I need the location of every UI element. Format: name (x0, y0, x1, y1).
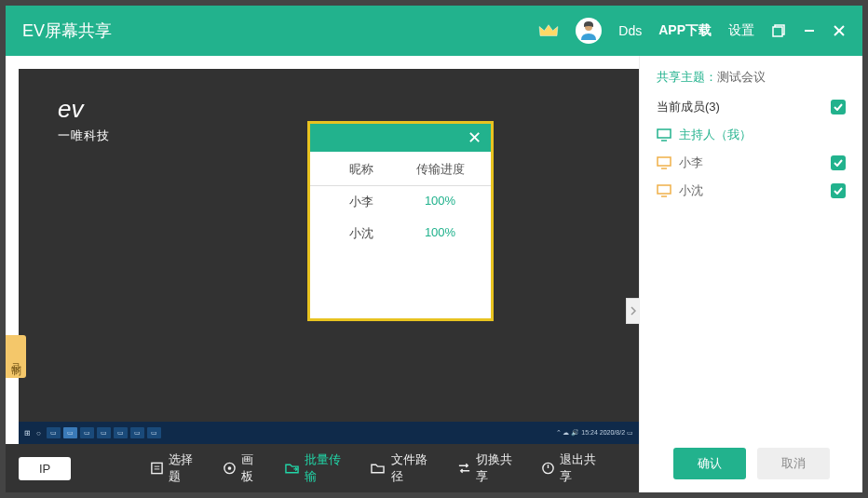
member-row[interactable]: 小李 (657, 155, 846, 171)
monitor-icon (657, 128, 671, 141)
svg-rect-13 (658, 129, 671, 138)
tool-quiz[interactable]: 选择题 (150, 451, 202, 485)
tool-switch-share[interactable]: 切换共享 (457, 451, 522, 485)
share-topic-label: 共享主题： (657, 70, 717, 84)
username[interactable]: Dds (618, 23, 642, 38)
share-topic-value: 测试会议 (717, 70, 766, 84)
detach-icon[interactable] (771, 23, 786, 38)
bottom-toolbar: IP 选择题 画板 批量传输 文件路径 (6, 444, 639, 492)
member-checkbox[interactable] (831, 183, 846, 198)
monitor-icon (657, 156, 671, 169)
svg-rect-2 (773, 27, 782, 36)
monitor-icon (657, 184, 671, 197)
record-tab[interactable]: 录制 (6, 335, 26, 378)
transfer-row: 小李 100% (310, 186, 491, 218)
col-nickname: 昵称 (321, 161, 400, 178)
close-button[interactable] (833, 24, 846, 37)
members-count-label: 当前成员(3) (657, 99, 720, 115)
remote-taskbar: ⊞ ○ ▭ ▭ ▭ ▭ ▭ ▭ ▭ ⌃ ☁ 🔊 15:24 2020/8/2 ▭ (19, 422, 639, 444)
transfer-progress-popup: ✕ 昵称 传输进度 小李 100% 小沈 100% (307, 121, 494, 321)
ip-button[interactable]: IP (19, 457, 71, 480)
confirm-button[interactable]: 确认 (673, 448, 746, 479)
tool-exit-share[interactable]: 退出共享 (541, 451, 605, 485)
tool-batch-transfer[interactable]: 批量传输 (285, 451, 351, 485)
minimize-button[interactable] (803, 24, 816, 37)
tool-whiteboard[interactable]: 画板 (223, 451, 264, 485)
shared-screen-area: ev 一唯科技 ✕ 昵称 传输进度 小李 100% (19, 69, 639, 444)
crown-icon[interactable] (538, 22, 559, 39)
user-avatar[interactable] (576, 18, 602, 44)
member-row-host[interactable]: 主持人（我） (657, 127, 846, 143)
svg-rect-6 (152, 463, 162, 473)
cancel-button[interactable]: 取消 (757, 448, 830, 479)
svg-point-10 (228, 466, 232, 470)
select-all-checkbox[interactable] (831, 100, 846, 114)
settings-link[interactable]: 设置 (728, 22, 754, 39)
title-bar: EV屏幕共享 Dds APP下载 设置 (6, 6, 862, 56)
tool-file-path[interactable]: 文件路径 (371, 451, 437, 485)
app-title: EV屏幕共享 (22, 20, 112, 42)
sidebar-collapse-handle[interactable] (626, 298, 639, 324)
member-row[interactable]: 小沈 (657, 182, 846, 199)
ev-logo: ev 一唯科技 (58, 95, 110, 144)
col-progress: 传输进度 (400, 161, 480, 178)
svg-rect-15 (658, 157, 671, 166)
svg-rect-17 (658, 185, 671, 194)
member-checkbox[interactable] (831, 155, 846, 170)
members-sidebar: 共享主题：测试会议 当前成员(3) 主持人（我） 小李 小沈 (639, 56, 862, 492)
popup-close-icon[interactable]: ✕ (468, 128, 481, 148)
transfer-row: 小沈 100% (310, 218, 491, 249)
app-download-link[interactable]: APP下载 (658, 22, 712, 39)
